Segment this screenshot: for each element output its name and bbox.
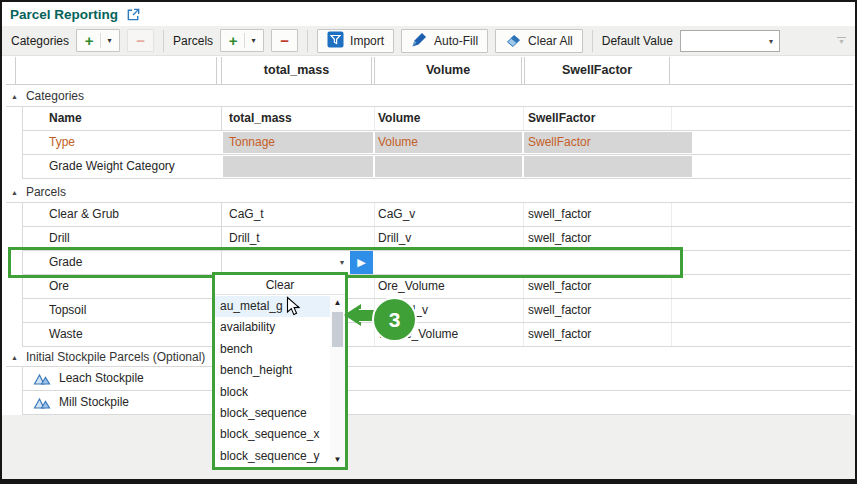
toolbar: Categories + ▾ − Parcels + ▾ − xyxy=(2,26,855,56)
add-parcel-button[interactable]: + ▾ xyxy=(220,29,264,52)
title-bar: Parcel Reporting xyxy=(2,2,855,26)
add-category-button[interactable]: + ▾ xyxy=(76,29,120,52)
stockpile-rows: Leach Stockpile Mill Stockpile xyxy=(22,367,851,415)
plus-icon: + xyxy=(78,31,100,51)
table-row-grade-weight-category: Grade Weight Category xyxy=(22,155,851,179)
empty-footer-area xyxy=(2,415,855,479)
chevron-down-icon: ▾ xyxy=(340,258,344,267)
default-value-select[interactable]: ▾ xyxy=(680,30,780,52)
minus-icon: − xyxy=(280,32,289,50)
auto-fill-button[interactable]: Auto-Fill xyxy=(401,29,488,53)
chevron-down-icon[interactable]: ▾ xyxy=(245,36,262,45)
categories-rows: Name total_mass Volume SwellFactor Type … xyxy=(22,107,851,179)
table-row-grade: Grade ▾ ▶ xyxy=(22,251,851,275)
mouse-cursor-icon xyxy=(286,296,302,321)
stockpile-group-header[interactable]: ▲ Initial Stockpile Parcels (Optional) xyxy=(6,348,853,367)
field-dropdown-popup: Clear au_metal_g availability bench benc… xyxy=(212,272,348,470)
dropdown-scrollbar[interactable]: ▲ ▼ xyxy=(330,296,345,467)
scrollbar-thumb[interactable] xyxy=(332,312,343,347)
header-cell-swellfactor[interactable]: SwellFactor xyxy=(524,57,670,84)
stockpile-icon xyxy=(33,372,51,388)
scroll-down-icon[interactable]: ▼ xyxy=(330,453,345,467)
eraser-icon xyxy=(505,31,522,51)
dropdown-item[interactable]: availability xyxy=(215,317,330,338)
toolbar-separator xyxy=(592,30,593,52)
annotation-step-badge: 3 xyxy=(372,297,417,342)
toolbar-separator xyxy=(163,30,164,52)
dropdown-item[interactable]: block_sequence_x xyxy=(215,424,330,445)
minus-icon: − xyxy=(136,32,145,50)
table-row-type: Type Tonnage Volume SwellFactor xyxy=(22,131,851,155)
auto-fill-pen-icon xyxy=(411,31,428,51)
scroll-up-icon[interactable]: ▲ xyxy=(330,296,345,310)
play-icon: ▶ xyxy=(357,256,365,268)
header-cell-total-mass[interactable]: total_mass xyxy=(221,57,372,84)
remove-category-button[interactable]: − xyxy=(127,29,154,52)
collapse-icon[interactable]: ▲ xyxy=(11,189,18,196)
dropdown-item[interactable]: block_sequence_y xyxy=(215,446,330,467)
table-row-mill-stockpile[interactable]: Mill Stockpile xyxy=(22,391,851,415)
table-row-ore: Ore Ore_Volume swell_factor xyxy=(22,275,851,299)
parcels-group-header[interactable]: ▲ Parcels xyxy=(6,182,853,203)
chevron-down-icon: ▾ xyxy=(769,37,773,46)
toolbar-overflow-icon[interactable]: ▼ xyxy=(837,37,846,45)
dropdown-item[interactable]: au_metal_g xyxy=(215,296,330,317)
table-row-clear-grub: Clear & Grub CaG_t CaG_v swell_factor xyxy=(22,203,851,227)
parcels-label: Parcels xyxy=(173,34,213,48)
dropdown-clear-option[interactable]: Clear xyxy=(215,275,345,295)
dropdown-item[interactable]: block_sequence xyxy=(215,403,330,424)
apply-button[interactable]: ▶ xyxy=(350,251,373,274)
dropdown-item[interactable]: block xyxy=(215,382,330,403)
collapse-icon[interactable]: ▲ xyxy=(11,93,18,100)
toolbar-separator xyxy=(307,30,308,52)
stockpile-icon xyxy=(33,396,51,412)
table-row-name: Name total_mass Volume SwellFactor xyxy=(22,107,851,131)
header-cell-volume[interactable]: Volume xyxy=(374,57,522,84)
categories-label: Categories xyxy=(11,34,69,48)
remove-parcel-button[interactable]: − xyxy=(271,29,298,52)
chevron-down-icon[interactable]: ▾ xyxy=(101,36,118,45)
table-row-leach-stockpile[interactable]: Leach Stockpile xyxy=(22,367,851,391)
parcel-reporting-window: Parcel Reporting Categories + ▾ − Parcel… xyxy=(0,0,857,484)
plus-icon: + xyxy=(222,31,244,51)
dropdown-item[interactable]: bench_height xyxy=(215,360,330,381)
table-row-topsoil: Topsoil Topsoil_v swell_factor xyxy=(22,299,851,323)
categories-group-header[interactable]: ▲ Categories xyxy=(6,86,853,107)
parcels-rows: Clear & Grub CaG_t CaG_v swell_factor Dr… xyxy=(22,203,851,347)
clear-all-button[interactable]: Clear All xyxy=(495,29,583,53)
import-funnel-icon xyxy=(327,31,344,51)
collapse-icon[interactable]: ▲ xyxy=(11,354,18,361)
open-in-window-icon[interactable] xyxy=(126,7,141,22)
import-button[interactable]: Import xyxy=(317,29,394,53)
page-title: Parcel Reporting xyxy=(10,7,118,22)
default-value-label: Default Value xyxy=(602,34,673,48)
grade-total-mass-combobox[interactable]: ▾ xyxy=(225,252,349,273)
dropdown-item[interactable]: bench xyxy=(215,339,330,360)
table-row-waste: Waste Waste_Volume swell_factor xyxy=(22,323,851,347)
header-cell-empty xyxy=(15,57,217,84)
table-row-drill: Drill Drill_t Drill_v swell_factor xyxy=(22,227,851,251)
